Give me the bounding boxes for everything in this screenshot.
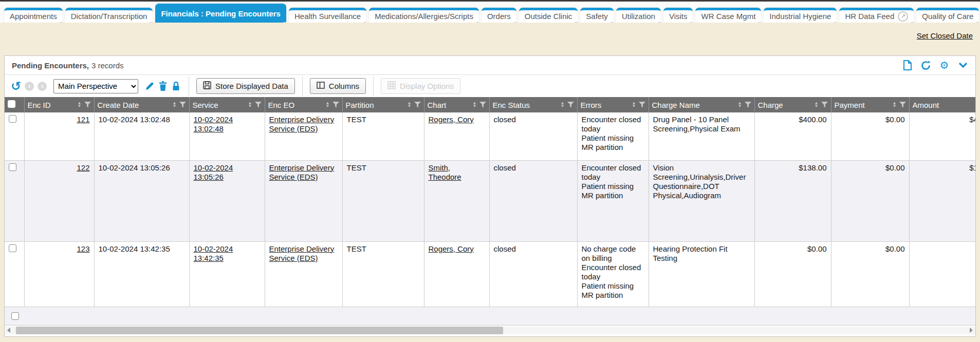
chart-link[interactable]: Rogers, Cory — [429, 244, 474, 253]
sort-icon[interactable]: ▲▼ — [408, 102, 412, 108]
delete-trash-icon[interactable] — [158, 81, 168, 91]
enc-eo-link[interactable]: Enterprise Delivery Service (EDS) — [269, 115, 335, 133]
column-header-amount[interactable]: Amount ▲▼ — [909, 97, 975, 112]
filter-funnel-icon[interactable] — [899, 101, 906, 109]
service-cell: 10-02-2024 13:02:48 — [189, 112, 265, 160]
filter-funnel-icon[interactable] — [639, 101, 645, 109]
sort-icon[interactable]: ▲▼ — [78, 102, 82, 108]
columns-button[interactable]: Columns — [310, 78, 366, 94]
tab-outside-clinic[interactable]: Outside Clinic — [519, 8, 578, 23]
column-label: Create Date — [98, 101, 170, 109]
set-closed-date-link[interactable]: Set Closed Date — [917, 31, 973, 40]
column-header-enc-status[interactable]: Enc Status ▲▼ — [489, 97, 577, 112]
tab-health-surveillance[interactable]: Health Surveillance — [289, 8, 366, 23]
tab-appointments[interactable]: Appointments — [4, 8, 63, 23]
display-options-button: Display Options — [381, 78, 460, 94]
service-link[interactable]: 10-02-2024 13:02:48 — [194, 115, 233, 133]
footer-row — [5, 307, 975, 326]
enc-eo-cell: Enterprise Delivery Service (EDS) — [265, 112, 342, 160]
tab-dictation-transcription[interactable]: Dictation/Transcription — [65, 8, 153, 23]
filter-funnel-icon[interactable] — [255, 101, 262, 109]
column-header-enc-eo[interactable]: Enc EO ▲▼ — [265, 97, 342, 112]
column-header-create-date[interactable]: Create Date ▲▼ — [94, 97, 189, 112]
enc-id-link[interactable]: 121 — [77, 115, 89, 124]
collapse-chevron-icon[interactable] — [957, 60, 968, 71]
tab-medications-allergies-scripts[interactable]: Medications/Allergies/Scripts — [369, 8, 479, 23]
service-link[interactable]: 10-02-2024 13:05:26 — [194, 163, 233, 181]
row-checkbox[interactable] — [9, 163, 16, 171]
edit-pencil-icon[interactable] — [145, 81, 155, 91]
history-forward-button[interactable]: › — [38, 82, 47, 91]
column-header-enc-id[interactable]: Enc ID ▲▼ — [24, 97, 94, 112]
sort-icon[interactable]: ▲▼ — [248, 102, 252, 108]
horizontal-scrollbar[interactable] — [5, 327, 975, 334]
filter-funnel-icon[interactable] — [84, 101, 91, 109]
filter-funnel-icon[interactable] — [479, 101, 486, 109]
enc-id-link[interactable]: 123 — [77, 244, 89, 253]
history-back-button[interactable]: ‹ — [25, 82, 34, 91]
tab-orders[interactable]: Orders — [482, 8, 516, 23]
sort-icon[interactable]: ▲▼ — [561, 102, 565, 108]
sort-icon[interactable]: ▲▼ — [473, 102, 477, 108]
chart-link[interactable]: Smith, Theodore — [429, 163, 461, 181]
tab-hr-data-feed[interactable]: HR Data Feed ↗ — [839, 8, 914, 23]
sort-icon[interactable]: ▲▼ — [326, 102, 330, 108]
partition-cell: TEST — [342, 241, 424, 307]
column-header-service[interactable]: Service ▲▼ — [189, 97, 265, 112]
settings-gear-icon[interactable]: ⚙ — [939, 60, 950, 71]
chart-cell: Rogers, Cory — [424, 112, 489, 160]
tab-wr-case-mgmt[interactable]: WR Case Mgmt — [695, 8, 761, 23]
perspective-select[interactable]: Main Perspective — [53, 79, 138, 93]
sort-icon[interactable]: ▲▼ — [893, 102, 897, 108]
column-header-charge[interactable]: Charge ▲▼ — [754, 97, 831, 112]
column-header-errors[interactable]: Errors ▲▼ — [577, 97, 649, 112]
filter-funnel-icon[interactable] — [821, 101, 828, 109]
enc-id-link[interactable]: 122 — [77, 163, 89, 172]
sort-icon[interactable]: ▲▼ — [632, 102, 636, 108]
filter-funnel-icon[interactable] — [414, 101, 421, 109]
tab-utilization[interactable]: Utilization — [616, 8, 661, 23]
undo-icon[interactable]: ↺ — [11, 80, 21, 92]
service-link[interactable]: 10-02-2024 13:42:35 — [194, 244, 233, 262]
footer-checkbox[interactable] — [11, 312, 19, 320]
new-document-icon[interactable] — [902, 60, 913, 71]
refresh-icon[interactable] — [920, 60, 931, 71]
scroll-right-arrow[interactable] — [970, 328, 973, 333]
column-label: Service — [193, 101, 246, 109]
tab-label: Financials : Pending Encounters — [161, 5, 281, 23]
enc-eo-link[interactable]: Enterprise Delivery Service (EDS) — [269, 163, 335, 181]
store-displayed-data-label: Store Displayed Data — [215, 82, 288, 90]
chart-cell: Smith, Theodore — [424, 160, 489, 241]
store-displayed-data-button[interactable]: Store Displayed Data — [196, 78, 295, 94]
tab-safety[interactable]: Safety — [580, 8, 614, 23]
sort-icon[interactable]: ▲▼ — [815, 102, 819, 108]
tab-industrial-hygiene[interactable]: Industrial Hygiene — [764, 8, 837, 23]
filter-funnel-icon[interactable] — [179, 101, 186, 109]
column-header-partition[interactable]: Partition ▲▼ — [342, 97, 424, 112]
enc-eo-cell: Enterprise Delivery Service (EDS) — [265, 241, 342, 307]
columns-label: Columns — [329, 82, 359, 90]
lock-icon[interactable] — [172, 81, 181, 91]
scrollbar-thumb[interactable] — [16, 327, 503, 334]
column-header-charge-name[interactable]: Charge Name ▲▼ — [649, 97, 754, 112]
column-label: Amount — [913, 101, 976, 109]
column-header-chart[interactable]: Chart ▲▼ — [424, 97, 489, 112]
scroll-left-arrow[interactable] — [7, 328, 10, 333]
partition-cell: TEST — [342, 160, 424, 241]
chart-link[interactable]: Rogers, Cory — [429, 115, 474, 124]
column-header-payment[interactable]: Payment ▲▼ — [831, 97, 909, 112]
enc-eo-link[interactable]: Enterprise Delivery Service (EDS) — [269, 244, 335, 262]
select-all-checkbox[interactable] — [8, 100, 15, 108]
filter-funnel-icon[interactable] — [332, 101, 339, 109]
tab-financials-pending-encounters[interactable]: Financials : Pending Encounters — [155, 4, 286, 23]
row-checkbox[interactable] — [9, 115, 16, 123]
filter-funnel-icon[interactable] — [745, 101, 751, 109]
filter-funnel-icon[interactable] — [567, 101, 574, 109]
sort-icon[interactable]: ▲▼ — [738, 102, 742, 108]
select-all-header[interactable] — [5, 97, 24, 112]
tab-label: HR Data Feed — [845, 9, 894, 23]
tab-visits[interactable]: Visits — [663, 8, 693, 23]
sort-icon[interactable]: ▲▼ — [173, 102, 177, 108]
tab-quality-of-care[interactable]: Quality of Care — [916, 8, 979, 23]
row-checkbox[interactable] — [9, 244, 16, 252]
